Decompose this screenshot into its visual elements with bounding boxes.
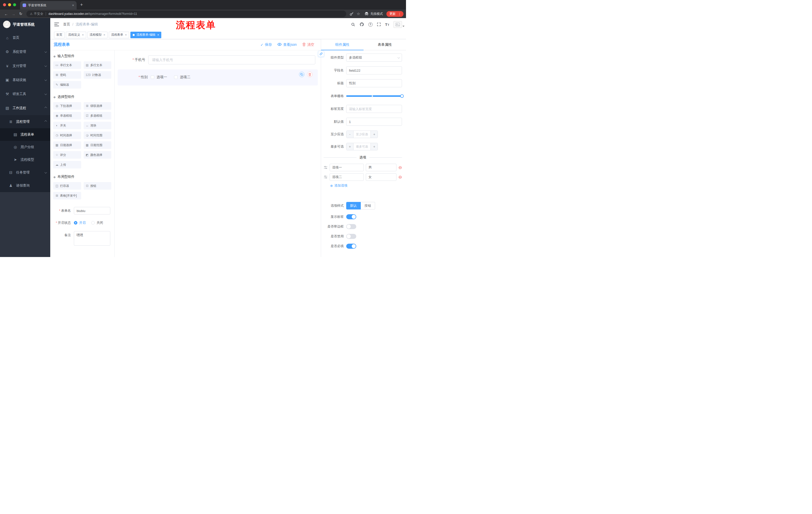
gender-option1-checkbox[interactable]: 选项一 xyxy=(151,75,167,79)
title-input[interactable] xyxy=(346,79,402,87)
tag-close-icon[interactable]: × xyxy=(125,33,127,36)
browser-tab[interactable]: 芋道管理系统 × xyxy=(20,1,77,9)
palette-item-upload[interactable]: ☁上传 xyxy=(53,161,81,168)
tag-process-definition[interactable]: 流程定义 × xyxy=(66,32,86,38)
window-close-button[interactable] xyxy=(3,3,6,6)
increase-button[interactable]: + xyxy=(371,131,378,138)
sidebar-item-process-manage[interactable]: ≣ 流程管理 xyxy=(0,115,50,128)
app-logo[interactable]: 芋道管理系统 xyxy=(0,18,50,31)
sidebar-item-workflow[interactable]: ▧ 工作流程 xyxy=(0,101,50,115)
remark-textarea[interactable]: 嘿嘿 xyxy=(74,231,110,246)
palette-item-checkbox-group[interactable]: ☑多选框组 xyxy=(84,112,112,119)
label-width-input[interactable] xyxy=(346,105,402,113)
stepper-placeholder[interactable]: 至少应选 xyxy=(353,131,371,138)
palette-item-row-container[interactable]: ◫行容器 xyxy=(53,182,81,190)
font-size-icon[interactable]: TT xyxy=(385,23,389,26)
window-zoom-button[interactable] xyxy=(13,3,16,6)
save-button[interactable]: ✓ 保存 xyxy=(261,43,272,47)
form-canvas[interactable]: *手机号 *性别 xyxy=(115,50,321,257)
bookmark-star-icon[interactable]: ☆ xyxy=(355,11,362,16)
tab-component-props[interactable]: 组件属性 xyxy=(321,39,364,50)
palette-item-multi-text[interactable]: ▤多行文本 xyxy=(84,61,112,69)
stepper-placeholder[interactable]: 最多可选 xyxy=(353,143,371,150)
password-key-icon[interactable] xyxy=(348,12,355,16)
phone-field[interactable]: *手机号 xyxy=(118,54,318,66)
show-label-switch[interactable] xyxy=(346,214,356,219)
status-on-radio[interactable]: 开启 xyxy=(74,220,86,225)
component-type-select[interactable]: 多选框组 xyxy=(346,54,402,62)
default-value-input[interactable] xyxy=(346,118,402,126)
tag-close-icon[interactable]: × xyxy=(157,33,159,36)
clear-button[interactable]: 清空 xyxy=(302,43,314,47)
sidebar-item-leave-query[interactable]: ♟ 请假查询 xyxy=(0,179,50,192)
decrease-button[interactable]: - xyxy=(346,131,353,138)
palette-item-select[interactable]: ◎下拉选择 xyxy=(53,102,81,110)
help-icon[interactable]: ? xyxy=(368,22,373,27)
palette-item-date-range[interactable]: ▩日期范围 xyxy=(84,141,112,149)
tag-process-form[interactable]: 流程表单 × xyxy=(109,32,129,38)
new-tab-button[interactable]: + xyxy=(80,2,83,7)
copy-field-button[interactable] xyxy=(299,72,304,77)
search-icon[interactable] xyxy=(351,22,355,27)
palette-item-single-text[interactable]: ▭单行文本 xyxy=(53,61,81,69)
palette-item-color-picker[interactable]: ◩颜色选择 xyxy=(84,151,112,159)
breadcrumb-home[interactable]: 首页 xyxy=(63,22,70,27)
palette-item-editor[interactable]: ✎编辑器 xyxy=(53,81,81,88)
drag-handle-icon[interactable] xyxy=(324,166,328,169)
palette-item-radio-group[interactable]: ◉单选框组 xyxy=(53,112,81,119)
palette-item-button[interactable]: ⊡按钮 xyxy=(84,182,112,190)
sidebar-item-payment[interactable]: ¥ 支付管理 xyxy=(0,59,50,73)
fullscreen-icon[interactable] xyxy=(377,22,381,26)
view-json-button[interactable]: 查看json xyxy=(278,43,297,47)
disabled-switch[interactable] xyxy=(346,234,356,239)
gender-field-selected[interactable]: *性别 选项一 选项二 xyxy=(118,70,318,85)
address-bar[interactable]: ⚠ 不安全 dashboard.yudao.iocoder.cn /bpm/ma… xyxy=(26,10,346,17)
style-default-button[interactable]: 默认 xyxy=(346,202,361,210)
tag-home[interactable]: 首页 xyxy=(54,32,64,38)
palette-item-cascader[interactable]: ⊞级联选择 xyxy=(84,102,112,110)
status-off-radio[interactable]: 关闭 xyxy=(91,220,103,225)
palette-item-switch[interactable]: ◐开关 xyxy=(53,122,81,129)
tag-close-icon[interactable]: × xyxy=(104,33,106,36)
sidebar-item-user-group[interactable]: ◎ 用户分组 xyxy=(0,141,50,154)
option-label-input[interactable] xyxy=(330,164,364,171)
border-switch[interactable] xyxy=(346,224,356,229)
sidebar-item-system[interactable]: ⚙ 系统管理 xyxy=(0,45,50,59)
link-icon[interactable] xyxy=(318,51,324,57)
browser-menu-icon[interactable]: ⋮ xyxy=(398,12,401,16)
add-option-button[interactable]: ⊕ 添加选项 xyxy=(330,183,402,188)
decrease-button[interactable]: + xyxy=(346,143,353,150)
required-switch[interactable] xyxy=(346,244,356,249)
palette-item-password[interactable]: ⊠密码 xyxy=(53,71,81,79)
reload-button[interactable]: ↻ xyxy=(17,11,24,16)
remove-option-icon[interactable]: ⊖ xyxy=(399,175,402,179)
drag-handle-icon[interactable] xyxy=(324,175,328,179)
palette-item-counter[interactable]: 123计数器 xyxy=(84,71,112,79)
palette-item-rate[interactable]: ☆评分 xyxy=(53,151,81,159)
option-value-input[interactable] xyxy=(366,164,396,171)
palette-item-date-picker[interactable]: ▦日期选择 xyxy=(53,141,81,149)
tag-process-model[interactable]: 流程模型 × xyxy=(87,32,108,38)
sidebar-item-dev-tools[interactable]: ⚒ 研发工具 xyxy=(0,87,50,101)
sidebar-toggle-icon[interactable] xyxy=(50,22,63,26)
gender-option2-checkbox[interactable]: 选项二 xyxy=(174,75,191,79)
delete-field-button[interactable] xyxy=(307,72,313,77)
option-label-input[interactable] xyxy=(330,173,364,181)
tab-close-icon[interactable]: × xyxy=(72,3,74,7)
increase-button[interactable]: + xyxy=(371,143,378,150)
option-value-input[interactable] xyxy=(366,173,396,181)
palette-item-time-picker[interactable]: ◷时间选择 xyxy=(53,132,81,139)
form-name-input[interactable] xyxy=(74,207,110,215)
field-name-input[interactable] xyxy=(346,66,402,75)
palette-item-slider[interactable]: ↔滑块 xyxy=(84,122,112,129)
sidebar-item-process-form[interactable]: ▤ 流程表单 xyxy=(0,128,50,141)
sidebar-item-infrastructure[interactable]: ▣ 基础设施 xyxy=(0,73,50,87)
window-minimize-button[interactable] xyxy=(8,3,11,6)
palette-item-time-range[interactable]: ◶时间范围 xyxy=(84,132,112,139)
back-button[interactable]: ← xyxy=(2,12,10,16)
palette-item-table[interactable]: ⊞表格[开发中] xyxy=(53,192,81,199)
remove-option-icon[interactable]: ⊖ xyxy=(399,165,402,170)
slider-handle[interactable] xyxy=(400,94,404,98)
update-button[interactable]: 更新 ⋮ xyxy=(386,11,404,17)
sidebar-item-process-model[interactable]: ➤ 流程模型 xyxy=(0,154,50,166)
